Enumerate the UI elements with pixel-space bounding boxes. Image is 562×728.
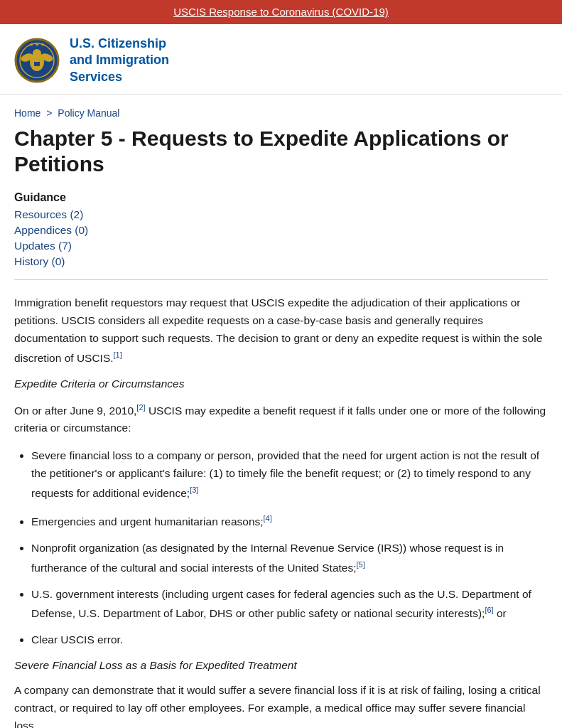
criteria-list: Severe financial loss to a company or pe… — [31, 447, 548, 649]
list-item: U.S. government interests (including urg… — [31, 586, 548, 623]
breadcrumb-policy-manual[interactable]: Policy Manual — [58, 107, 119, 119]
list-item: Nonprofit organization (as designated by… — [31, 540, 548, 577]
guidance-nav: Guidance Resources (2) Appendices (0) Up… — [14, 191, 548, 268]
severe-financial-heading: Severe Financial Loss as a Basis for Exp… — [14, 659, 548, 672]
footnote-4-link[interactable]: [4] — [264, 514, 272, 523]
history-link[interactable]: History (0) — [14, 255, 548, 268]
breadcrumb-home[interactable]: Home — [14, 107, 40, 119]
footnote-6-link[interactable]: [6] — [485, 606, 493, 614]
section-divider — [14, 279, 548, 280]
breadcrumb: Home > Policy Manual — [14, 107, 548, 119]
guidance-label: Guidance — [14, 191, 548, 204]
list-item: Clear USCIS error. — [31, 631, 548, 649]
list-item: Emergencies and urgent humanitarian reas… — [31, 511, 548, 531]
svg-point-5 — [33, 49, 41, 58]
page-title: Chapter 5 - Requests to Expedite Applica… — [14, 126, 548, 177]
severe-financial-paragraph: A company can demonstrate that it would … — [14, 682, 548, 728]
svg-text:★ ★ ★: ★ ★ ★ — [29, 42, 45, 47]
agency-name: U.S. Citizenship and Immigration Service… — [70, 36, 169, 85]
list-item: Severe financial loss to a company or pe… — [31, 447, 548, 503]
intro-paragraph: Immigration benefit requestors may reque… — [14, 294, 548, 367]
svg-rect-8 — [34, 59, 40, 62]
footnote-2-link[interactable]: [2] — [136, 403, 145, 412]
footnote-1-link[interactable]: [1] — [114, 350, 122, 359]
covid-banner-link[interactable]: USCIS Response to Coronavirus (COVID-19) — [173, 6, 389, 18]
breadcrumb-separator: > — [46, 107, 52, 119]
updates-link[interactable]: Updates (7) — [14, 240, 548, 252]
uscis-seal: ★ ★ ★ — [14, 38, 60, 83]
expedite-criteria-heading: Expedite Criteria or Circumstances — [14, 378, 548, 390]
criteria-intro-paragraph: On or after June 9, 2010,[2] USCIS may e… — [14, 400, 548, 438]
site-header: ★ ★ ★ U.S. Citizenship and Immigration S… — [0, 24, 562, 95]
appendices-link[interactable]: Appendices (0) — [14, 224, 548, 237]
footnote-5-link[interactable]: [5] — [357, 560, 365, 569]
main-content: Home > Policy Manual Chapter 5 - Request… — [0, 95, 562, 728]
resources-link[interactable]: Resources (2) — [14, 208, 548, 221]
footnote-3-link[interactable]: [3] — [190, 486, 198, 494]
covid-banner: USCIS Response to Coronavirus (COVID-19) — [0, 0, 562, 24]
